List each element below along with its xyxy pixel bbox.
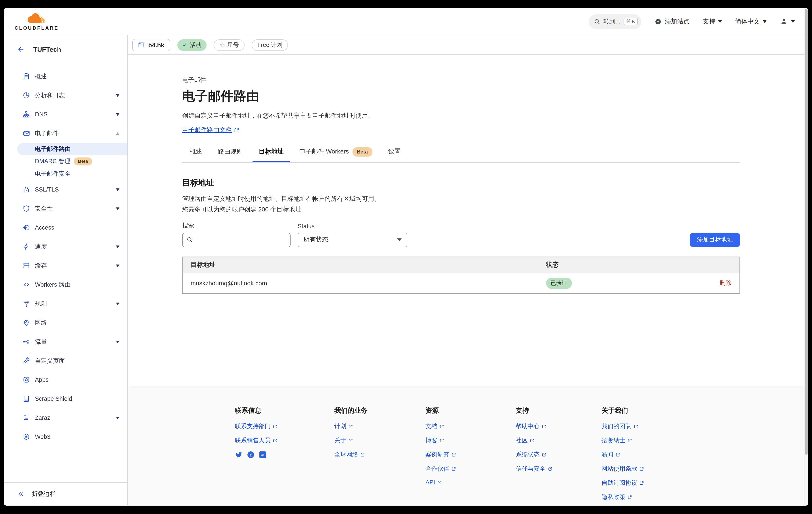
sidebar-item-email-routing[interactable]: 电子邮件路由	[17, 143, 127, 155]
footer-link[interactable]: 博客	[426, 436, 516, 445]
plan-badge[interactable]: Free 计划	[252, 39, 288, 51]
sidebar-item-dmarc[interactable]: DMARC 管理 Beta	[17, 155, 127, 168]
ssl-tls-icon	[23, 186, 30, 193]
footer-link[interactable]: 新闻	[602, 451, 808, 459]
delete-link[interactable]: 删除	[720, 280, 731, 286]
account-menu[interactable]	[780, 17, 795, 26]
destination-addresses-table: 目标地址 状态 muskzhoumq@outlook.com 已验证 删除	[182, 257, 740, 294]
column-header-status: 状态	[538, 261, 682, 269]
footer-link[interactable]: 案例研究	[426, 451, 516, 459]
sidebar-item-traffic[interactable]: 流量	[4, 332, 127, 351]
sidebar-item-workers-routes[interactable]: Workers 路由	[4, 275, 127, 294]
social-links: f in	[235, 451, 335, 459]
external-link-icon	[628, 495, 632, 499]
footer-link[interactable]: 我们的团队	[602, 423, 808, 430]
security-shield-icon	[23, 205, 30, 212]
sidebar-item-speed[interactable]: 速度	[4, 237, 127, 256]
add-destination-address-button[interactable]: 添加目标地址	[690, 233, 740, 247]
sidebar-item-apps[interactable]: Apps	[4, 370, 127, 389]
footer-link[interactable]: 帮助中心	[516, 423, 602, 430]
overview-icon	[23, 73, 30, 80]
footer-column-resources: 资源 文档 博客 案例研究 合作伙伴 API	[426, 406, 516, 506]
tab-settings[interactable]: 设置	[382, 147, 407, 162]
zaraz-icon	[23, 414, 30, 422]
external-link-icon	[639, 467, 644, 471]
support-menu[interactable]: 支持	[703, 18, 722, 25]
sidebar-item-rules[interactable]: 规则	[4, 294, 127, 313]
search-text-input[interactable]	[196, 233, 290, 247]
sidebar-item-analytics[interactable]: 分析和日志	[4, 86, 127, 105]
sidebar-item-email[interactable]: 电子邮件	[4, 124, 127, 143]
docs-link[interactable]: 电子邮件路由文档	[182, 126, 239, 134]
footer-link[interactable]: 系统状态	[516, 451, 602, 459]
scrollbar-thumb[interactable]	[805, 9, 808, 455]
footer-link[interactable]: 文档	[426, 423, 516, 430]
chevron-down-icon	[763, 20, 766, 23]
sidebar-item-cache[interactable]: 缓存	[4, 256, 127, 275]
status-select[interactable]: 所有状态	[298, 233, 407, 247]
cloudflare-logo[interactable]: CLOUDFLARE	[14, 12, 59, 30]
sidebar-item-scrape-shield[interactable]: Scrape Shield	[4, 389, 127, 408]
external-link-icon	[542, 424, 546, 429]
footer-link[interactable]: 招贤纳士	[602, 436, 808, 445]
search-input[interactable]	[182, 233, 291, 247]
footer-link[interactable]: 信任与安全	[516, 465, 602, 473]
collapse-sidebar-button[interactable]: 折叠边栏	[4, 482, 127, 505]
footer-link[interactable]: 全球网络	[335, 451, 426, 459]
tab-overview[interactable]: 概述	[183, 147, 208, 162]
table-header-row: 目标地址 状态	[183, 257, 740, 273]
site-chip[interactable]: b4.hk	[132, 39, 170, 51]
facebook-icon[interactable]: f	[247, 451, 255, 459]
footer-link[interactable]: 隐私政策	[602, 493, 808, 501]
footer-link[interactable]: 社区	[516, 436, 602, 445]
footer-link[interactable]: 合作伙伴	[426, 465, 516, 473]
sidebar-item-overview[interactable]: 概述	[4, 67, 127, 86]
tab-routing-rules[interactable]: 路由规则	[212, 147, 249, 162]
collapse-chevrons-icon	[17, 490, 24, 497]
sidebar-item-web3[interactable]: Web3	[4, 427, 127, 446]
sidebar-item-network[interactable]: 网络	[4, 313, 127, 332]
twitter-icon[interactable]	[235, 451, 243, 459]
sidebar-item-access[interactable]: Access	[4, 218, 127, 237]
language-menu[interactable]: 简体中文	[735, 18, 766, 25]
sidebar-item-security[interactable]: 安全性	[4, 199, 127, 218]
sidebar-item-custom-pages[interactable]: 自定义页面	[4, 351, 127, 370]
workers-code-icon	[23, 281, 30, 288]
sidebar-nav: 概述 分析和日志 DNS 电子邮件	[4, 63, 127, 482]
analytics-icon	[23, 91, 30, 99]
web3-icon	[23, 433, 30, 440]
check-icon: ✓	[182, 41, 187, 48]
global-search-input[interactable]: 转到... ⌘ K	[589, 14, 641, 29]
search-label: 搜索	[182, 222, 291, 230]
page-content: 电子邮件 电子邮件路由 创建自定义电子邮件地址，在您不希望共享主要电子邮件地址时…	[182, 76, 740, 294]
account-back-row[interactable]: TUFTech	[4, 35, 127, 63]
chevron-down-icon	[116, 188, 119, 191]
back-arrow-icon[interactable]	[17, 45, 25, 53]
star-button[interactable]: ☆ 星号	[214, 39, 244, 51]
footer-link[interactable]: 联系销售人员	[235, 436, 335, 445]
page-scrollbar[interactable]	[805, 8, 808, 506]
scrape-shield-icon	[23, 395, 30, 402]
sidebar-item-dns[interactable]: DNS	[4, 105, 127, 124]
tab-destination-addresses[interactable]: 目标地址	[253, 147, 290, 162]
breadcrumb: b4.hk ✓ 活动 ☆ 星号 Free 计划	[128, 35, 808, 55]
section-heading: 目标地址	[182, 177, 740, 188]
external-link-icon	[634, 424, 638, 429]
top-bar: CLOUDFLARE 转到... ⌘ K 添加站点	[4, 8, 808, 35]
footer-link[interactable]: 联系支持部门	[235, 423, 335, 430]
tab-email-workers[interactable]: 电子邮件 Workers Beta	[293, 147, 378, 162]
sidebar-item-zaraz[interactable]: Zaraz	[4, 408, 127, 427]
footer-link[interactable]: 网站使用条款	[602, 465, 808, 473]
main-area: b4.hk ✓ 活动 ☆ 星号 Free 计划 电子邮件	[128, 35, 808, 505]
add-site-button[interactable]: 添加站点	[655, 18, 690, 25]
footer-link[interactable]: 关于	[335, 436, 426, 445]
dns-icon	[23, 111, 30, 118]
sidebar-item-email-security[interactable]: 电子邮件安全	[17, 168, 127, 180]
sidebar-item-ssl-tls[interactable]: SSL/TLS	[4, 180, 127, 199]
linkedin-icon[interactable]: in	[259, 451, 267, 459]
footer-link[interactable]: 自助订阅协议	[602, 479, 808, 487]
footer-link[interactable]: API	[426, 479, 516, 486]
external-link-icon	[616, 453, 620, 457]
footer-link[interactable]: 计划	[335, 423, 426, 430]
verified-badge: 已验证	[546, 278, 572, 289]
